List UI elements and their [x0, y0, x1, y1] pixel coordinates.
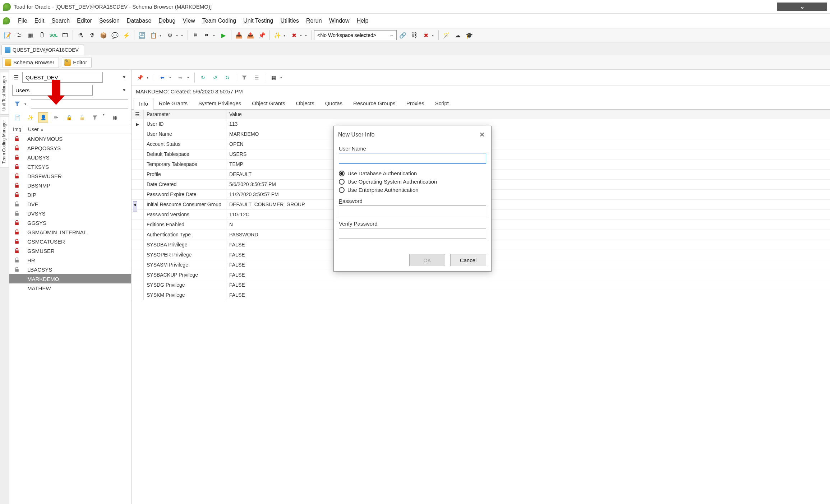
rollback-icon[interactable]: 📤: [245, 30, 256, 41]
transaction-icon[interactable]: 🔄: [137, 30, 147, 41]
grid-icon[interactable]: ▦: [25, 30, 36, 41]
window-icon[interactable]: 🗔: [60, 30, 70, 41]
user-row[interactable]: DBSFWUSER: [9, 171, 131, 181]
detail-tab-resource-groups[interactable]: Resource Groups: [348, 97, 401, 109]
flask-blue-icon[interactable]: ⚗: [75, 30, 86, 41]
dialog-titlebar[interactable]: New User Info ✕: [334, 126, 491, 143]
menu-help[interactable]: Help: [353, 15, 372, 26]
grid-view-icon[interactable]: ▦: [110, 112, 120, 122]
menu-window[interactable]: Window: [326, 15, 353, 26]
cancel-button[interactable]: Cancel: [450, 254, 486, 266]
dropdown-icon[interactable]: ▾: [181, 33, 185, 37]
cloud-icon[interactable]: ☁: [452, 30, 463, 41]
grid-row[interactable]: SYSKM PrivilegeFALSE: [132, 290, 830, 300]
menu-unit-testing[interactable]: Unit Testing: [240, 15, 277, 26]
detail-tab-script[interactable]: Script: [430, 97, 454, 109]
title-dropdown-chevron[interactable]: ⌄: [777, 3, 827, 11]
commit-icon[interactable]: 📥: [234, 30, 244, 41]
monitor-icon[interactable]: 🖥: [190, 30, 201, 41]
quick-filter-input[interactable]: [31, 99, 128, 108]
grid-row[interactable]: SYSDG PrivilegeFALSE: [132, 280, 830, 290]
col-img[interactable]: Img: [13, 126, 28, 132]
user-link-icon[interactable]: 🔗: [397, 30, 408, 41]
user-row[interactable]: ANONYMOUS: [9, 134, 131, 143]
dropdown-icon[interactable]: ▾: [24, 102, 29, 106]
splitter-handle[interactable]: ◂: [133, 201, 137, 212]
grid-row[interactable]: SYSBACKUP PrivilegeFALSE: [132, 270, 830, 280]
script-icon[interactable]: 📄: [12, 112, 22, 122]
side-tab-unit-test[interactable]: Unit Test Manager: [0, 72, 9, 115]
col-parameter[interactable]: Parameter: [144, 110, 226, 119]
user-row[interactable]: MARKDEMO: [9, 274, 131, 283]
filter-icon[interactable]: [90, 112, 100, 122]
filter-funnel-icon[interactable]: [12, 99, 22, 108]
user-list[interactable]: ANONYMOUSAPPQOSSYSAUDSYSCTXSYSDBSFWUSERD…: [9, 134, 131, 504]
detail-tab-info[interactable]: Info: [134, 98, 153, 110]
left-header-icon[interactable]: ☰: [12, 72, 20, 82]
filter-icon[interactable]: [239, 72, 250, 83]
dropdown-icon[interactable]: ▾: [187, 75, 192, 79]
user-row[interactable]: AUDSYS: [9, 153, 131, 162]
user-row[interactable]: DVSYS: [9, 209, 131, 218]
dropdown-icon[interactable]: ▾: [169, 75, 174, 79]
dropdown-icon[interactable]: ▾: [300, 33, 304, 37]
new-sql-icon[interactable]: 📝: [2, 30, 13, 41]
auth-radio-0[interactable]: Use Database Authentication: [339, 170, 486, 176]
dropdown-icon[interactable]: ▾: [283, 33, 288, 37]
refresh-left-icon[interactable]: ↻: [198, 72, 208, 83]
tab-schema-browser[interactable]: Schema Browser: [2, 57, 59, 68]
run-icon[interactable]: ▶: [218, 30, 229, 41]
verify-password-input[interactable]: [339, 228, 486, 239]
dropdown-icon[interactable]: ▾: [147, 75, 151, 79]
nav-fwd-icon[interactable]: ➡: [175, 72, 186, 83]
menu-team-coding[interactable]: Team Coding: [199, 15, 240, 26]
dropdown-icon[interactable]: ▾: [280, 75, 285, 79]
sql-icon[interactable]: SQL: [48, 30, 59, 41]
auth-radio-2[interactable]: Use Enterprise Authentication: [339, 187, 486, 193]
list-icon[interactable]: ☰: [251, 72, 262, 83]
menu-debug[interactable]: Debug: [155, 15, 179, 26]
menu-utilities[interactable]: Utilities: [277, 15, 303, 26]
create-user-icon[interactable]: 👤: [38, 112, 48, 122]
menu-session[interactable]: Session: [96, 15, 123, 26]
menu-database[interactable]: Database: [123, 15, 155, 26]
user-row[interactable]: GSMADMIN_INTERNAL: [9, 227, 131, 237]
auth-radio-1[interactable]: Use Operating System Authentication: [339, 179, 486, 185]
lock-icon[interactable]: 🔒: [64, 112, 74, 122]
detail-tab-system-privileges[interactable]: System Privileges: [193, 97, 246, 109]
side-tab-team-coding[interactable]: Team Coding Manager: [0, 116, 9, 167]
detail-tab-role-grants[interactable]: Role Grants: [153, 97, 193, 109]
menu-view[interactable]: View: [179, 15, 198, 26]
dropdown-icon[interactable]: ▾: [160, 33, 164, 37]
user-row[interactable]: CTXSYS: [9, 162, 131, 171]
menu-file[interactable]: File: [14, 15, 31, 26]
connection-tab[interactable]: QUEST_DEV@ORA18CDEV: [1, 45, 84, 55]
detail-tab-proxies[interactable]: Proxies: [401, 97, 430, 109]
user-row[interactable]: DBSNMP: [9, 181, 131, 190]
detail-tab-quotas[interactable]: Quotas: [320, 97, 348, 109]
wizard-icon[interactable]: 🪄: [441, 30, 452, 41]
flask-box-icon[interactable]: 📦: [98, 30, 109, 41]
edit-pencil-icon[interactable]: ✏: [51, 112, 61, 122]
paste-icon[interactable]: 📋: [148, 30, 159, 41]
refresh-all-icon[interactable]: ↺: [210, 72, 221, 83]
user-row[interactable]: GSMCATUSER: [9, 237, 131, 246]
nav-back-icon[interactable]: ⬅: [157, 72, 168, 83]
sparkle-icon[interactable]: ✨: [25, 112, 35, 122]
flask-green-icon[interactable]: ⚗: [87, 30, 97, 41]
user-unlink-icon[interactable]: ⛓: [409, 30, 420, 41]
menu-search[interactable]: Search: [48, 15, 73, 26]
dropdown-icon[interactable]: ▾: [176, 33, 180, 37]
user-row[interactable]: HR: [9, 255, 131, 265]
user-row[interactable]: MATHEW: [9, 283, 131, 293]
col-value[interactable]: Value: [226, 110, 830, 119]
tab-editor[interactable]: Editor: [62, 57, 92, 68]
password-input[interactable]: [339, 205, 486, 216]
user-row[interactable]: APPQOSSYS: [9, 143, 131, 153]
detail-tab-object-grants[interactable]: Object Grants: [246, 97, 291, 109]
dropdown-icon[interactable]: ▾: [103, 112, 107, 122]
dropdown-icon[interactable]: ▾: [213, 33, 217, 37]
user-row[interactable]: LBACSYS: [9, 265, 131, 274]
schema-combo[interactable]: [22, 72, 103, 83]
menu-edit[interactable]: Edit: [31, 15, 48, 26]
